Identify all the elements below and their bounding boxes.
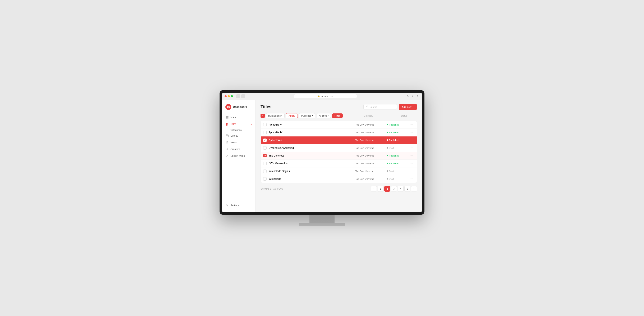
- svg-rect-2: [226, 117, 227, 119]
- pagination-page-1[interactable]: 1: [378, 186, 384, 192]
- add-new-button[interactable]: Add new +: [399, 104, 417, 110]
- share-icon[interactable]: ⎙: [406, 94, 410, 98]
- pagination-bar: Showing 1 - 10 of 200 ‹12345›: [260, 186, 417, 192]
- address-bar[interactable]: 🔒 topcow.com: [294, 94, 357, 98]
- lock-icon: 🔒: [318, 95, 320, 97]
- row-actions-menu[interactable]: •••: [410, 139, 414, 142]
- browser-actions: ⎙ + ⊙: [406, 94, 420, 98]
- filters-bar: Bulk actions ▾ Apply Published ▾ All tit…: [260, 113, 417, 118]
- row-actions-menu[interactable]: •••: [410, 146, 414, 149]
- pagination-page-2[interactable]: 2: [384, 186, 390, 192]
- close-button[interactable]: [224, 95, 227, 97]
- back-button[interactable]: ‹: [236, 94, 240, 98]
- row-title: Witchblade Origins: [269, 170, 353, 173]
- pagination-page-3[interactable]: 3: [391, 186, 397, 192]
- row-actions-menu[interactable]: •••: [410, 123, 414, 126]
- row-actions-menu[interactable]: •••: [410, 131, 414, 134]
- table-row: Witchblade Origins Top Cow Universe Draf…: [261, 167, 417, 175]
- row-category: Top Cow Universe: [355, 154, 384, 157]
- plus-icon: +: [412, 105, 414, 109]
- sidebar-item-news[interactable]: News: [222, 139, 255, 146]
- pagination-next[interactable]: ›: [411, 186, 417, 192]
- row-checkbox[interactable]: [263, 170, 266, 173]
- svg-point-18: [227, 205, 228, 206]
- row-actions-menu[interactable]: •••: [410, 170, 414, 173]
- status-text: Published: [389, 139, 399, 141]
- minimize-button[interactable]: [228, 95, 230, 97]
- apply-label: Apply: [288, 115, 295, 117]
- apply-button[interactable]: Apply: [286, 113, 298, 118]
- sidebar-item-creators[interactable]: Creators: [222, 146, 255, 153]
- sidebar-item-titles[interactable]: Titles ▾: [222, 121, 255, 127]
- pagination-page-5[interactable]: 5: [404, 186, 410, 192]
- row-actions-menu[interactable]: •••: [410, 154, 414, 157]
- file-icon: [226, 141, 229, 144]
- gear-sm-icon: [226, 154, 229, 158]
- logo-icon: TC: [226, 104, 231, 110]
- row-actions-menu[interactable]: •••: [410, 177, 414, 180]
- search-placeholder: Search: [370, 106, 377, 108]
- sidebar-item-edition-types[interactable]: Edition types: [222, 153, 255, 159]
- settings-icon[interactable]: ⊙: [416, 94, 420, 98]
- monitor-stand-base: [299, 223, 345, 226]
- bulk-actions-button[interactable]: Bulk actions ▾: [266, 113, 284, 118]
- published-filter-button[interactable]: Published ▾: [299, 113, 315, 118]
- row-checkbox[interactable]: [263, 162, 266, 165]
- row-category: Top Cow Universe: [355, 178, 384, 180]
- row-title: Cyberforce: [269, 139, 353, 142]
- table-row: The Darkness Top Cow Universe Published …: [261, 152, 417, 160]
- svg-rect-5: [226, 123, 227, 126]
- status-dot: [386, 124, 388, 125]
- status-dot: [386, 178, 388, 180]
- chevron-down-icon: ▾: [282, 115, 282, 117]
- row-status: Draft: [386, 178, 408, 180]
- row-checkbox[interactable]: [263, 177, 266, 181]
- row-status: Draft: [386, 170, 408, 172]
- search-box[interactable]: Search: [364, 104, 397, 109]
- pagination-prev[interactable]: ‹: [371, 186, 377, 192]
- status-text: Published: [389, 131, 399, 134]
- grid-icon: [226, 116, 229, 119]
- row-category: Top Cow Universe: [355, 131, 384, 134]
- url-text: topcow.com: [321, 95, 333, 98]
- pagination-page-4[interactable]: 4: [398, 186, 404, 192]
- row-checkbox[interactable]: [263, 139, 266, 142]
- table-row: IXTH Generation Top Cow Universe Publish…: [261, 160, 417, 167]
- book-icon: [226, 122, 229, 126]
- sidebar-item-events[interactable]: Events: [222, 132, 255, 139]
- select-all-checkbox[interactable]: [260, 114, 265, 118]
- page-header: Titles Search Add ne: [260, 104, 417, 110]
- svg-point-17: [227, 155, 228, 156]
- settings-label: Settings: [230, 204, 240, 207]
- table-row: Aphrodite IX Top Cow Universe Published …: [261, 129, 417, 136]
- row-checkbox[interactable]: [263, 131, 266, 134]
- status-text: Published: [389, 154, 399, 157]
- forward-button[interactable]: ›: [241, 94, 245, 98]
- row-checkbox[interactable]: [263, 123, 266, 126]
- status-text: Draft: [389, 147, 394, 149]
- row-checkbox[interactable]: [263, 146, 266, 150]
- row-actions-menu[interactable]: •••: [410, 162, 414, 165]
- page-title: Titles: [260, 104, 272, 109]
- sidebar-logo: TC Dashboard: [222, 103, 255, 113]
- row-status: Draft: [386, 147, 408, 149]
- sidebar-item-main[interactable]: Main: [222, 114, 255, 121]
- all-titles-label: All titles: [319, 115, 327, 117]
- sidebar-edition-types-label: Edition types: [230, 154, 245, 157]
- chevron-down-icon: ▾: [251, 123, 252, 125]
- maximize-button[interactable]: [231, 95, 233, 97]
- table-row: Witchblade Top Cow Universe Draft •••: [261, 175, 417, 183]
- row-category: Top Cow Universe: [355, 123, 384, 126]
- sidebar-dashboard-label: Dashboard: [233, 105, 247, 108]
- sidebar-item-settings[interactable]: Settings: [222, 202, 255, 209]
- status-dot: [386, 170, 388, 172]
- status-dot: [386, 155, 388, 156]
- filter-button[interactable]: Filter: [332, 113, 343, 118]
- bulk-actions-label: Bulk actions: [268, 115, 280, 117]
- svg-point-16: [228, 148, 228, 149]
- row-checkbox[interactable]: [263, 154, 266, 157]
- chevron-down-icon: ▾: [328, 115, 328, 117]
- all-titles-filter-button[interactable]: All titles ▾: [316, 113, 331, 118]
- new-tab-icon[interactable]: +: [411, 94, 414, 98]
- sidebar-item-categories[interactable]: Categories: [222, 127, 255, 132]
